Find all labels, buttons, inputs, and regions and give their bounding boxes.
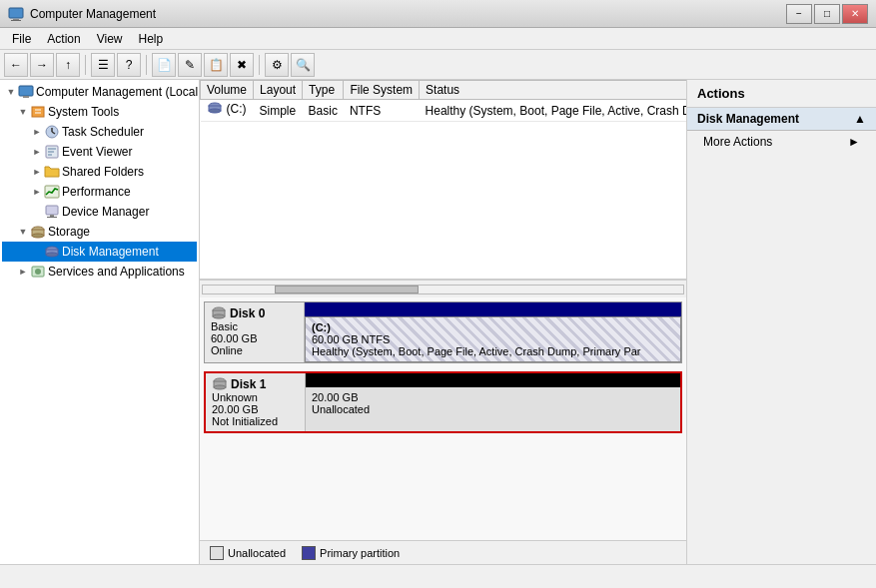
- actions-group-disk-management[interactable]: Disk Management ▲: [687, 108, 876, 131]
- disk1-header-bar: [306, 373, 680, 387]
- toolbar-forward[interactable]: →: [30, 53, 54, 77]
- shared-folders-icon: [44, 164, 60, 180]
- expand-icon-perf: ►: [30, 187, 44, 197]
- col-status[interactable]: Status: [420, 81, 686, 100]
- col-filesystem[interactable]: File System: [344, 81, 420, 100]
- disk1-unalloc[interactable]: 20.00 GB Unallocated: [306, 387, 680, 431]
- sidebar-item-device-manager[interactable]: Device Manager: [2, 202, 197, 222]
- expand-icon-storage: ▼: [16, 227, 30, 237]
- content-area: Volume Layout Type File System Status (C…: [200, 80, 686, 564]
- disk0-header-bar: [305, 302, 681, 316]
- disk1-info: Disk 1 Unknown 20.00 GB Not Initialized: [206, 373, 306, 431]
- legend-primary: Primary partition: [302, 546, 400, 560]
- actions-more-actions[interactable]: More Actions ►: [687, 131, 876, 153]
- sidebar-label-ev: Event Viewer: [62, 145, 132, 159]
- task-scheduler-icon: [44, 124, 60, 140]
- cell-type: Basic: [303, 100, 344, 122]
- cell-volume: (C:): [201, 100, 254, 122]
- col-type[interactable]: Type: [303, 81, 344, 100]
- toolbar: ← → ↑ ☰ ? 📄 ✎ 📋 ✖ ⚙ 🔍: [0, 50, 876, 80]
- sidebar-label-storage: Storage: [48, 225, 90, 239]
- toolbar-sep-1: [85, 55, 86, 75]
- expand-icon-ev: ►: [30, 147, 44, 157]
- expand-icon-st: ▼: [16, 107, 30, 117]
- expand-icon-ts: ►: [30, 127, 44, 137]
- svg-point-32: [213, 314, 225, 318]
- disk1-partitions: 20.00 GB Unallocated: [306, 373, 680, 431]
- expand-icon-dm: [30, 207, 44, 217]
- disk1-type: Unknown: [212, 391, 299, 403]
- sidebar-item-services[interactable]: ► Services and Applications: [2, 262, 197, 282]
- col-volume[interactable]: Volume: [201, 81, 254, 100]
- svg-rect-4: [23, 96, 29, 98]
- legend-bar: Unallocated Primary partition: [200, 540, 686, 564]
- sidebar-label-sf: Shared Folders: [62, 165, 144, 179]
- sidebar: ▼ Computer Management (Local ▼ System To…: [0, 80, 200, 564]
- volume-table: Volume Layout Type File System Status (C…: [200, 80, 686, 122]
- disk0-part-size: 60.00 GB NTFS: [312, 333, 674, 345]
- sidebar-item-task-scheduler[interactable]: ► Task Scheduler: [2, 122, 197, 142]
- svg-rect-17: [50, 215, 54, 217]
- svg-rect-3: [19, 86, 33, 96]
- toolbar-btn-6[interactable]: ✖: [230, 53, 254, 77]
- toolbar-btn-5[interactable]: 📋: [204, 53, 228, 77]
- toolbar-sep-3: [259, 55, 260, 75]
- legend-primary-label: Primary partition: [320, 547, 400, 559]
- toolbar-btn-3[interactable]: 📄: [152, 53, 176, 77]
- toolbar-help[interactable]: ?: [117, 53, 141, 77]
- menu-action[interactable]: Action: [39, 30, 88, 48]
- disk1-name: Disk 1: [212, 377, 299, 391]
- col-layout[interactable]: Layout: [254, 81, 303, 100]
- table-row[interactable]: (C:) Simple Basic NTFS Healthy (System, …: [201, 100, 687, 122]
- toolbar-btn-4[interactable]: ✎: [178, 53, 202, 77]
- menu-file[interactable]: File: [4, 30, 39, 48]
- toolbar-sep-2: [146, 55, 147, 75]
- disk0-name: Disk 0: [211, 306, 298, 320]
- computer-management-icon: [18, 84, 34, 100]
- sidebar-item-system-tools[interactable]: ▼ System Tools: [2, 102, 197, 122]
- legend-unallocated: Unallocated: [210, 546, 286, 560]
- menu-view[interactable]: View: [89, 30, 131, 48]
- sidebar-label-perf: Performance: [62, 185, 131, 199]
- disk1-size: 20.00 GB: [212, 403, 299, 415]
- svg-rect-18: [47, 217, 57, 218]
- toolbar-back[interactable]: ←: [4, 53, 28, 77]
- disk0-part-status: Healthy (System, Boot, Page File, Active…: [312, 345, 674, 357]
- disk0-size: 60.00 GB: [211, 332, 298, 344]
- title-bar: Computer Management − □ ✕: [0, 0, 876, 28]
- disk-row-0[interactable]: Disk 0 Basic 60.00 GB Online (C:) 60.00 …: [204, 301, 682, 363]
- maximize-button[interactable]: □: [814, 4, 840, 24]
- event-viewer-icon: [44, 144, 60, 160]
- sidebar-label-diskm: Disk Management: [62, 245, 159, 259]
- sidebar-item-shared-folders[interactable]: ► Shared Folders: [2, 162, 197, 182]
- disk1-status: Not Initialized: [212, 415, 299, 427]
- toolbar-properties[interactable]: ⚙: [265, 53, 289, 77]
- svg-rect-2: [11, 20, 21, 21]
- sidebar-item-disk-management[interactable]: Disk Management: [2, 242, 197, 262]
- svg-point-29: [209, 109, 221, 113]
- toolbar-up[interactable]: ↑: [56, 53, 80, 77]
- toolbar-show-hide[interactable]: ☰: [91, 53, 115, 77]
- sidebar-item-event-viewer[interactable]: ► Event Viewer: [2, 142, 197, 162]
- legend-primary-box: [302, 546, 316, 560]
- expand-icon-sf: ►: [30, 167, 44, 177]
- sidebar-item-storage[interactable]: ▼ Storage: [2, 222, 197, 242]
- minimize-button[interactable]: −: [786, 4, 812, 24]
- sidebar-item-computer-management[interactable]: ▼ Computer Management (Local: [2, 82, 197, 102]
- svg-rect-16: [46, 206, 58, 215]
- cell-layout: Simple: [254, 100, 303, 122]
- actions-collapse-icon: ▲: [854, 112, 866, 126]
- sidebar-item-performance[interactable]: ► Performance: [2, 182, 197, 202]
- disk0-partition-c[interactable]: (C:) 60.00 GB NTFS Healthy (System, Boot…: [305, 316, 681, 362]
- close-button[interactable]: ✕: [842, 4, 868, 24]
- window-title: Computer Management: [30, 7, 156, 21]
- h-scrollbar[interactable]: [200, 280, 686, 297]
- sidebar-label-st: System Tools: [48, 105, 119, 119]
- sidebar-label-svc: Services and Applications: [48, 265, 185, 279]
- toolbar-view[interactable]: 🔍: [291, 53, 315, 77]
- disk1-part-size: 20.00 GB: [312, 391, 674, 403]
- actions-panel: Actions Disk Management ▲ More Actions ►: [686, 80, 876, 564]
- disk-row-1[interactable]: Disk 1 Unknown 20.00 GB Not Initialized …: [204, 371, 682, 433]
- menu-help[interactable]: Help: [131, 30, 172, 48]
- volume-table-area[interactable]: Volume Layout Type File System Status (C…: [200, 80, 686, 280]
